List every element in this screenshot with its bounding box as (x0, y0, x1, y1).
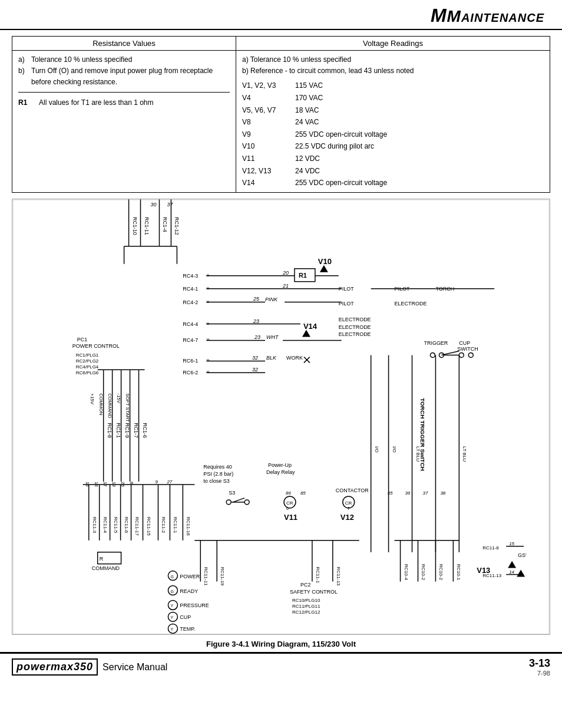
svg-text:37: 37 (167, 202, 173, 207)
resistance-note-b: b) Turn Off (O) and remove input power p… (18, 65, 230, 88)
svg-text:»: » (206, 357, 210, 363)
svg-text:23: 23 (254, 334, 260, 340)
svg-text:R: R (100, 555, 104, 561)
v8-value: 24 VAC (295, 117, 544, 128)
svg-text:RC6/PLG6: RC6/PLG6 (76, 370, 99, 375)
svg-text:32: 32 (252, 367, 258, 373)
r1-row: R1 All values for T1 are less than 1 ohm (18, 96, 230, 110)
svg-text:32: 32 (252, 355, 258, 361)
svg-text:RC6-1: RC6-1 (183, 358, 198, 364)
svg-text:Y: Y (170, 604, 173, 608)
svg-text:GS': GS' (518, 552, 527, 558)
figure-caption: Figure 3-4.1 Wiring Diagram, 115/230 Vol… (12, 640, 550, 648)
svg-text:RC10-1: RC10-1 (456, 564, 461, 580)
svg-text:»: » (206, 319, 210, 326)
svg-text:TORCH TRIGGER SwITCH: TORCH TRIGGER SwITCH (419, 398, 426, 471)
svg-point-69 (468, 353, 473, 357)
svg-text:RC11-13: RC11-13 (482, 572, 501, 578)
svg-text:RC11-15: RC11-15 (146, 517, 151, 536)
svg-text:CUP: CUP (459, 340, 470, 346)
svg-text:»: » (206, 368, 210, 375)
page-footer: powermax350 Service Manual 3-13 7-98 (0, 652, 562, 680)
svg-text:RC1-7: RC1-7 (133, 423, 139, 438)
svg-point-132 (244, 500, 249, 505)
svg-text:G: G (170, 574, 173, 578)
svg-text:ELECTRODE: ELECTRODE (339, 331, 371, 337)
svg-text:CR: CR (345, 500, 352, 506)
svg-text:BLK: BLK (266, 355, 277, 361)
svg-text:RC11-6: RC11-6 (124, 517, 129, 533)
svg-text:»: » (206, 271, 210, 278)
svg-text:37: 37 (422, 490, 428, 496)
svg-text:ELECTRODE: ELECTRODE (339, 324, 371, 330)
svg-text:RC11-5: RC11-5 (113, 517, 118, 533)
svg-text:Delay Relay: Delay Relay (266, 469, 295, 475)
svg-text:RC1-10: RC1-10 (132, 217, 138, 235)
voltage-readings-grid: V1, V2, V3 115 VAC V4 170 VAC V5, V6, V7… (242, 80, 544, 188)
v14-value: 255 VDC open-circuit voltage (295, 177, 544, 189)
v1v2v3-label: V1, V2, V3 (242, 80, 289, 91)
svg-text:25: 25 (253, 295, 260, 301)
svg-text:POWER CONTROL: POWER CONTROL (72, 343, 120, 349)
svg-text:Requires 40: Requires 40 (203, 464, 232, 470)
svg-text:RC2/PLG2: RC2/PLG2 (76, 358, 99, 364)
main-content: Resistance Values a) Tolerance 10 % unle… (0, 32, 562, 648)
svg-text:RC4-7: RC4-7 (183, 337, 198, 343)
svg-text:ELECTRODE: ELECTRODE (339, 316, 371, 322)
svg-text:Power-Up: Power-Up (268, 462, 292, 468)
svg-text:9: 9 (155, 479, 158, 485)
svg-text:RC10-4: RC10-4 (404, 564, 409, 580)
svg-text:21: 21 (282, 282, 289, 288)
svg-text:RC11-8: RC11-8 (482, 545, 499, 550)
v8-label: V8 (242, 117, 289, 128)
svg-text:CUP: CUP (180, 614, 191, 620)
svg-text:RC1-11: RC1-11 (144, 217, 150, 235)
service-manual-text: Service Manual (103, 662, 167, 673)
svg-text:RC11-11: RC11-11 (203, 566, 209, 585)
svg-text:RC4-1: RC4-1 (183, 285, 198, 291)
svg-text:23: 23 (253, 318, 259, 324)
voltage-table: Voltage Readings a) Tolerance 10 % unles… (236, 37, 550, 192)
svg-text:COMMAND: COMMAND (107, 393, 113, 418)
svg-text:CR: CR (286, 500, 293, 506)
svg-text:SOFT START: SOFT START (125, 393, 130, 422)
svg-text:RC10/PLG10: RC10/PLG10 (292, 598, 320, 603)
voltage-table-body: a) Tolerance 10 % unless specified b) Re… (236, 51, 550, 192)
v9-value: 255 VDC open-circuit voltage (295, 129, 544, 140)
svg-text:RC12/PLG12: RC12/PLG12 (292, 610, 320, 615)
v11-value: 12 VDC (295, 153, 544, 164)
resistance-table: Resistance Values a) Tolerance 10 % unle… (12, 37, 236, 192)
svg-text:14: 14 (509, 569, 514, 574)
svg-text:CONTACTOR: CONTACTOR (336, 487, 369, 493)
svg-text:RC1/PLG1: RC1/PLG1 (76, 353, 99, 358)
v10-value: 22.5 VDC during pilot arc (295, 141, 544, 152)
svg-text:7: 7 (348, 506, 350, 510)
svg-text:Y: Y (170, 615, 173, 620)
svg-point-68 (459, 353, 464, 357)
v4-label: V4 (242, 93, 289, 104)
svg-text:85: 85 (300, 490, 306, 496)
svg-text:PINK: PINK (265, 296, 278, 302)
voltage-note-b: b) Reference - to circuit common, lead 4… (242, 65, 544, 77)
svg-text:READY: READY (180, 588, 198, 594)
svg-text:RC1-12: RC1-12 (174, 217, 180, 235)
svg-text:36: 36 (405, 490, 411, 496)
svg-text:RC1-6: RC1-6 (142, 423, 148, 438)
svg-text:20: 20 (282, 269, 289, 275)
svg-text:RC11-17: RC11-17 (134, 517, 140, 536)
svg-text:RC1-8: RC1-8 (107, 423, 113, 438)
v11-label: V11 (242, 153, 289, 164)
svg-text:PILOT: PILOT (339, 300, 354, 306)
svg-text:SWITCH: SWITCH (457, 346, 478, 352)
svg-text:RC11-19: RC11-19 (220, 566, 225, 585)
svg-text:POWER: POWER (180, 573, 200, 579)
svg-text:RC11-3: RC11-3 (92, 517, 97, 533)
svg-text:ELECTRODE: ELECTRODE (395, 300, 427, 306)
svg-text:RC10-2: RC10-2 (421, 564, 426, 580)
svg-text:I/O: I/O (374, 446, 379, 453)
svg-text:15: 15 (509, 541, 514, 546)
svg-text:G: G (170, 589, 173, 593)
v12v13-value: 24 VDC (295, 166, 544, 177)
svg-text:RC11-2: RC11-2 (161, 517, 166, 533)
svg-text:PC2: PC2 (300, 581, 310, 587)
